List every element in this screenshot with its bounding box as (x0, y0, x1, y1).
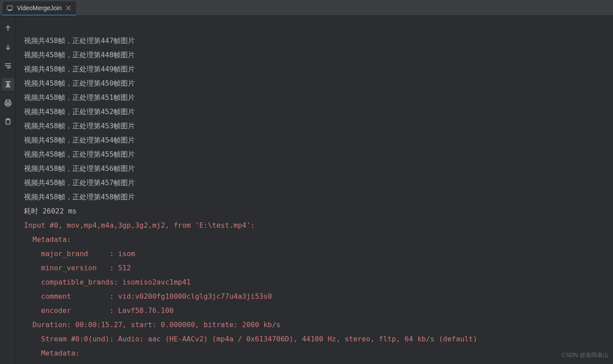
console-line-ffmpeg: minor_version : 512 (24, 261, 610, 275)
run-config-icon (6, 4, 13, 12)
arrow-down-icon[interactable] (2, 41, 14, 53)
console-line-ffmpeg: compatible_brands: isomiso2avc1mp41 (24, 275, 610, 289)
scroll-to-end-icon[interactable] (2, 78, 14, 91)
console-line-ffmpeg: major_brand : isom (24, 247, 610, 261)
console-line: 视频共458帧，正处理第447帧图片 (24, 34, 610, 48)
console-line: 视频共458帧，正处理第454帧图片 (24, 133, 610, 147)
tab-title: VideoMergeJoin (17, 4, 62, 12)
console-line-ffmpeg: Input #0, mov,mp4,m4a,3gp,3g2,mj2, from … (24, 218, 610, 233)
console-line: 视频共458帧，正处理第456帧图片 (24, 162, 610, 176)
console-line: 视频共458帧，正处理第457帧图片 (24, 176, 610, 190)
console-line: 视频共458帧，正处理第450帧图片 (24, 76, 610, 91)
tabbar: VideoMergeJoin (0, 0, 613, 16)
arrow-up-icon[interactable] (2, 22, 14, 35)
console-line: 视频共458帧，正处理第451帧图片 (24, 91, 610, 105)
svg-rect-7 (6, 120, 10, 124)
console-line: 视频共458帧，正处理第458帧图片 (24, 190, 610, 204)
trash-icon[interactable] (2, 115, 14, 128)
tab-run-videomergejoin[interactable]: VideoMergeJoin (3, 1, 76, 16)
console-line: 视频共458帧，正处理第449帧图片 (24, 62, 610, 76)
console-output[interactable]: 视频共458帧，正处理第447帧图片视频共458帧，正处理第448帧图片视频共4… (16, 16, 613, 364)
console-line-ffmpeg: handler_name : SoundHandler (24, 360, 610, 364)
soft-wrap-icon[interactable] (2, 59, 14, 72)
console-line: 视频共458帧，正处理第453帧图片 (24, 119, 610, 133)
console-line-ffmpeg: encoder : Lavf58.76.100 (24, 304, 610, 318)
svg-rect-0 (7, 6, 12, 10)
close-icon[interactable] (65, 5, 71, 11)
print-icon[interactable] (2, 97, 14, 109)
console-line-elapsed: 耗时 26022 ms (24, 204, 610, 218)
console-line: 视频共458帧，正处理第452帧图片 (24, 105, 610, 119)
console-line: 视频共458帧，正处理第448帧图片 (24, 48, 610, 62)
svg-rect-1 (8, 10, 12, 10)
console-line-ffmpeg: Metadata: (24, 233, 610, 247)
console-line-ffmpeg: Duration: 00:00:15.27, start: 0.000000, … (24, 318, 610, 332)
watermark: CSDN @洛阳泰山 (562, 348, 609, 362)
gutter (0, 16, 16, 364)
app-root: VideoMergeJoin (0, 0, 613, 364)
console-line: 视频共458帧，正处理第455帧图片 (24, 147, 610, 162)
body: 视频共458帧，正处理第447帧图片视频共458帧，正处理第448帧图片视频共4… (0, 16, 613, 364)
console-line-ffmpeg: Metadata: (24, 346, 610, 360)
console-line-ffmpeg: comment : vid:v0200fg10000clglg3jc77u4a3… (24, 289, 610, 304)
console-line-ffmpeg: Stream #0:0(und): Audio: aac (HE-AACv2) … (24, 332, 610, 346)
